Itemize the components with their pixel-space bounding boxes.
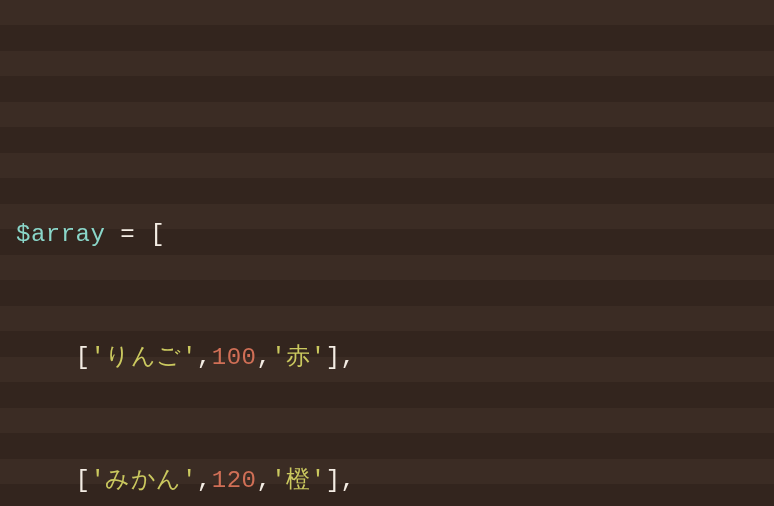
comma-token: , (341, 346, 356, 370)
code-line (16, 86, 774, 137)
comma-token: , (256, 346, 271, 370)
string-token: 'みかん' (91, 469, 197, 493)
string-token: '赤' (271, 346, 325, 370)
bracket-token: [ (76, 469, 91, 493)
code-line: ['りんご',100,'赤'], (16, 332, 774, 383)
string-token: 'りんご' (91, 346, 197, 370)
code-line: ['みかん',120,'橙'], (16, 455, 774, 506)
comma-token: , (341, 469, 356, 493)
operator-token: = (105, 223, 150, 247)
number-token: 120 (212, 469, 257, 493)
indent (16, 469, 76, 493)
comma-token: , (256, 469, 271, 493)
number-token: 100 (212, 346, 257, 370)
bracket-token: ] (326, 469, 341, 493)
bracket-token: ] (326, 346, 341, 370)
comma-token: , (197, 346, 212, 370)
bracket-token: [ (150, 223, 165, 247)
indent (16, 346, 76, 370)
bracket-token: [ (76, 346, 91, 370)
code-line: $array = [ (16, 209, 774, 260)
comma-token: , (197, 469, 212, 493)
string-token: '橙' (271, 469, 325, 493)
code-block: $array = [ ['りんご',100,'赤'], ['みかん',120,'… (0, 0, 774, 506)
variable-token: $array (16, 223, 105, 247)
